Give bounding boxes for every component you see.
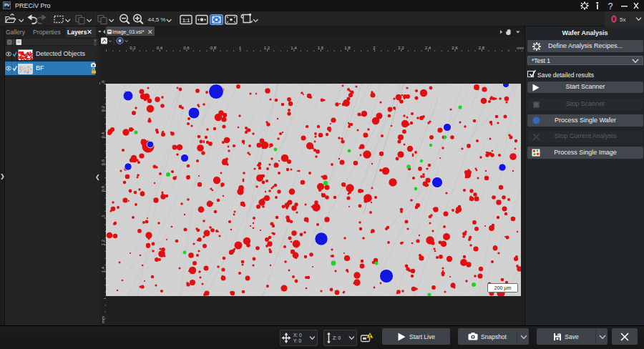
svg-text:1:1: 1:1 (182, 18, 190, 23)
svg-text:5x: 5x (620, 16, 625, 23)
svg-text:X: 0: X: 0 (293, 333, 302, 338)
svg-text:?: ? (608, 1, 613, 11)
svg-text:Z: 0: Z: 0 (333, 335, 341, 340)
svg-text:Y: 0: Y: 0 (293, 338, 302, 343)
svg-text:44,5 %: 44,5 % (148, 16, 166, 23)
